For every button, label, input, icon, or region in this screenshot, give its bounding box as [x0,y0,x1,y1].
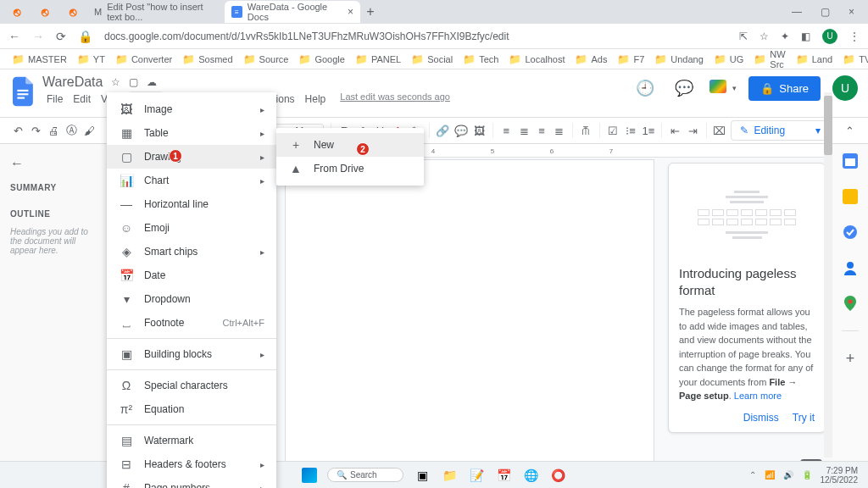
align-left-icon[interactable]: ≡ [500,121,513,140]
insert-building-blocks[interactable]: ▣Building blocks▸ [107,342,276,366]
edge-icon[interactable]: 🌐 [522,467,539,484]
share-button[interactable]: 🔒Share [748,76,821,101]
install-icon[interactable]: ⇱ [739,30,748,42]
menu-edit[interactable]: Edit [69,92,95,107]
tab-brave-3[interactable]: ⎋ [59,2,86,22]
bookmark-social[interactable]: 📁Social [408,53,456,65]
menu-icon[interactable]: ⋮ [849,30,860,42]
insert-table[interactable]: ▦Table▸ [107,121,276,145]
volume-icon[interactable]: 🔊 [783,470,793,480]
new-tab-button[interactable]: + [360,2,381,22]
notepad-icon[interactable]: 📝 [468,467,485,484]
chrome-icon[interactable]: ⭕ [549,467,566,484]
bookmark-ads[interactable]: 📁Ads [571,53,610,65]
bookmark-nw src[interactable]: 📁NW Src [750,49,788,69]
bookmark-master[interactable]: 📁MASTER [8,53,70,65]
calendar-icon[interactable] [842,152,859,169]
drawing-new[interactable]: +New [276,133,424,157]
insert-smart-chips[interactable]: ◈Smart chips▸ [107,240,276,263]
meet-icon[interactable]: ▾ [709,75,737,102]
close-window-icon[interactable]: × [849,6,854,18]
insert-chart[interactable]: 📊Chart▸ [107,169,276,192]
bookmark-tech[interactable]: 📁Tech [459,53,502,65]
checklist-icon[interactable]: ☑ [607,121,620,140]
bookmark-land[interactable]: 📁Land [793,53,836,65]
collapse-icon[interactable]: ⌃ [843,121,856,140]
menu-file[interactable]: File [42,92,67,107]
bookmark-google[interactable]: 📁Google [295,53,348,65]
align-justify-icon[interactable]: ≣ [553,121,565,140]
bookmark-f7[interactable]: 📁F7 [614,53,648,65]
reload-icon[interactable]: ⟳ [56,30,66,43]
drawing-from-drive[interactable]: ▲From Drive [276,157,424,180]
tab-waredata[interactable]: ≡ WareData - Google Docs × [225,1,360,23]
comments-icon[interactable]: 💬 [670,75,698,102]
dismiss-button[interactable]: Dismiss [743,412,779,424]
account-avatar[interactable]: U [832,75,858,101]
editing-mode-button[interactable]: ✎ Editing ▾ [731,120,830,141]
insert-watermark[interactable]: ▤Watermark [107,429,276,452]
tasks-icon[interactable] [842,224,859,241]
bookmark-sosmed[interactable]: 📁Sosmed [179,53,236,65]
line-spacing-icon[interactable]: ⫚ [580,121,593,140]
url-text[interactable]: docs.google.com/document/d/1vvRs5kIb1LNe… [104,30,509,42]
maps-icon[interactable] [842,295,859,312]
tab-editpost[interactable]: M Edit Post "how to insert text bo... [87,1,223,23]
align-center-icon[interactable]: ≣ [518,121,531,140]
taskbar-search[interactable]: 🔍Search [327,468,403,482]
addons-icon[interactable]: + [842,350,859,367]
insert-footnote[interactable]: ⎵FootnoteCtrl+Alt+F [107,311,276,335]
insert-page-numbers[interactable]: #Page numbers▸ [107,476,276,488]
bookmark-ug[interactable]: 📁UG [710,53,748,65]
explorer-icon[interactable]: 📁 [441,467,458,484]
tryit-button[interactable]: Try it [793,412,815,424]
bookmark-undang[interactable]: 📁Undang [651,53,707,65]
bookmark-localhost[interactable]: 📁Localhost [505,53,568,65]
start-button[interactable] [302,468,317,483]
insert-equation[interactable]: π²Equation [107,397,276,421]
last-edit-link[interactable]: Last edit was seconds ago [340,92,450,107]
battery-icon[interactable]: 🔋 [802,470,812,480]
insert-special-characters[interactable]: ΩSpecial characters [107,374,276,397]
maximize-icon[interactable]: ▢ [821,6,830,18]
extensions-icon[interactable]: ✦ [781,30,789,42]
redo-icon[interactable]: ↷ [30,121,42,140]
clock[interactable]: 7:29 PM 12/5/2022 [821,466,859,485]
keep-icon[interactable] [842,188,859,205]
calendar-app-icon[interactable]: 📅 [495,467,512,484]
docs-logo-icon[interactable] [10,75,37,108]
insert-dropdown[interactable]: ▾Dropdown [107,287,276,311]
wifi-icon[interactable]: 📶 [765,470,775,480]
outdent-icon[interactable]: ⇤ [669,121,682,140]
profile-avatar[interactable]: U [822,29,837,44]
taskview-icon[interactable]: ▣ [414,467,431,484]
learn-more-link[interactable]: Learn more [734,391,782,401]
indent-icon[interactable]: ⇥ [687,121,699,140]
history-icon[interactable]: 🕘 [632,75,659,102]
undo-icon[interactable]: ↶ [12,121,25,140]
star-icon[interactable]: ☆ [760,30,769,42]
tab-brave-1[interactable]: ⎋ [3,2,31,22]
bookmark-panel[interactable]: 📁PANEL [352,53,404,65]
scrollbar[interactable] [824,92,832,458]
contacts-icon[interactable] [842,259,859,276]
print-icon[interactable]: 🖨 [47,121,60,140]
bookmark-source[interactable]: 📁Source [240,53,292,65]
clear-format-icon[interactable]: ⌧ [713,121,726,140]
close-icon[interactable]: × [348,6,353,18]
back-icon[interactable]: ← [8,30,20,43]
move-icon[interactable]: ▢ [129,76,138,88]
star-icon[interactable]: ☆ [111,76,120,88]
cloud-icon[interactable]: ☁ [147,76,157,88]
comment-icon[interactable]: 💬 [454,121,468,140]
bullet-list-icon[interactable]: ⁝≡ [625,121,637,140]
insert-headers-footers[interactable]: ⊟Headers & footers▸ [107,452,276,476]
tab-brave-2[interactable]: ⎋ [31,2,58,22]
menu-help[interactable]: Help [301,92,331,107]
insert-image[interactable]: 🖼Image▸ [107,97,276,121]
number-list-icon[interactable]: 1≡ [642,121,654,140]
link-icon[interactable]: 🔗 [436,121,449,140]
bookmark-yt[interactable]: 📁YT [74,53,108,65]
tray-chevron-icon[interactable]: ⌃ [749,470,756,480]
lock-icon[interactable]: 🔒 [78,30,92,43]
